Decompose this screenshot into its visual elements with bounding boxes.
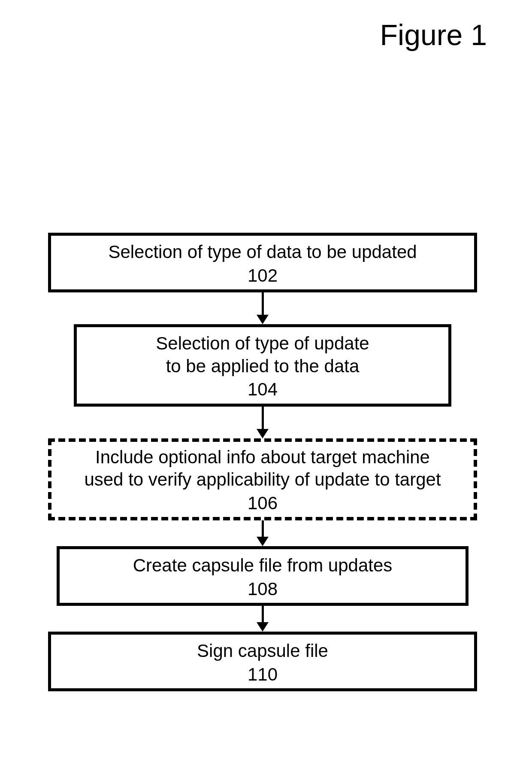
step-106-number: 106 <box>55 492 470 515</box>
flowchart: Selection of type of data to be updated … <box>48 233 477 691</box>
step-108-number: 108 <box>64 578 461 601</box>
step-102: Selection of type of data to be updated … <box>48 233 477 292</box>
step-102-number: 102 <box>55 264 470 287</box>
arrow-2 <box>257 407 269 438</box>
step-110-text: Sign capsule file <box>197 641 328 661</box>
step-110: Sign capsule file 110 <box>48 632 477 691</box>
step-104-number: 104 <box>81 378 444 401</box>
step-108-text: Create capsule file from updates <box>133 555 393 575</box>
step-108: Create capsule file from updates 108 <box>57 546 469 606</box>
step-106-text-line1: Include optional info about target machi… <box>95 447 430 467</box>
step-102-text: Selection of type of data to be updated <box>108 242 417 262</box>
step-106-optional: Include optional info about target machi… <box>48 438 477 521</box>
arrow-1 <box>257 292 269 324</box>
step-104: Selection of type of update to be applie… <box>74 324 451 407</box>
arrow-3 <box>257 520 269 546</box>
arrow-4 <box>257 606 269 632</box>
step-106-text-line2: used to verify applicability of update t… <box>84 469 441 489</box>
step-110-number: 110 <box>55 663 470 686</box>
step-104-text-line2: to be applied to the data <box>166 356 360 376</box>
step-104-text-line1: Selection of type of update <box>156 333 369 353</box>
figure-title: Figure 1 <box>380 18 487 52</box>
